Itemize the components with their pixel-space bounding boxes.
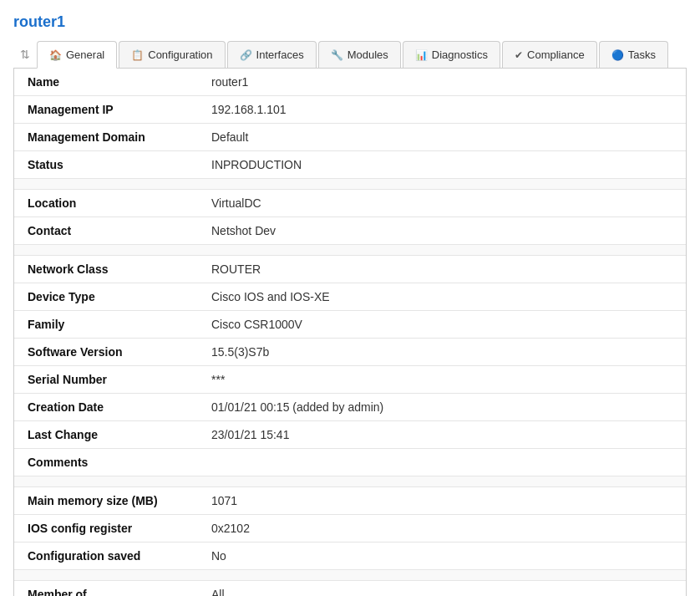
section-spacer bbox=[14, 570, 686, 581]
table-row: Name router1 bbox=[14, 69, 686, 96]
field-value: Cisco CSR1000V bbox=[198, 311, 686, 339]
tabs-bar: ⇅ 🏠 General 📋 Configuration 🔗 Interfaces… bbox=[13, 41, 687, 69]
general-icon: 🏠 bbox=[49, 49, 62, 61]
field-value: 23/01/21 15:41 bbox=[198, 421, 686, 449]
field-value: 01/01/21 00:15 (added by admin) bbox=[198, 394, 686, 421]
field-value: 0x2102 bbox=[198, 515, 686, 543]
table-row: Main memory size (MB) 1071 bbox=[14, 487, 686, 515]
table-row: IOS config register 0x2102 bbox=[14, 515, 686, 543]
section-spacer bbox=[14, 179, 686, 190]
table-row: Status INPRODUCTION bbox=[14, 151, 686, 179]
tab-tasks-label: Tasks bbox=[628, 48, 656, 61]
field-value: 192.168.1.101 bbox=[198, 96, 686, 124]
tab-tasks[interactable]: 🔵 Tasks bbox=[599, 41, 668, 68]
field-label: Name bbox=[14, 69, 198, 96]
section-spacer bbox=[14, 476, 686, 487]
field-value: ROUTER bbox=[198, 256, 686, 283]
field-label: Member of bbox=[14, 581, 198, 597]
field-label: Serial Number bbox=[14, 366, 198, 394]
table-row: Family Cisco CSR1000V bbox=[14, 311, 686, 339]
field-label: Device Type bbox=[14, 283, 198, 311]
drag-handle: ⇅ bbox=[13, 41, 37, 68]
field-value: Default bbox=[198, 124, 686, 151]
field-label: Management IP bbox=[14, 96, 198, 124]
table-row: Comments bbox=[14, 449, 686, 476]
field-value: All bbox=[198, 581, 686, 597]
field-value: 15.5(3)S7b bbox=[198, 339, 686, 366]
tab-diagnostics-label: Diagnostics bbox=[432, 48, 488, 61]
tab-compliance[interactable]: ✔ Compliance bbox=[502, 41, 597, 68]
field-value: INPRODUCTION bbox=[198, 151, 686, 179]
table-row: Serial Number *** bbox=[14, 366, 686, 394]
info-table: Name router1 Management IP 192.168.1.101… bbox=[14, 69, 686, 596]
modules-icon: 🔧 bbox=[331, 49, 343, 61]
interfaces-icon: 🔗 bbox=[240, 49, 252, 61]
table-row: Creation Date 01/01/21 00:15 (added by a… bbox=[14, 394, 686, 421]
field-value: VirtualDC bbox=[198, 190, 686, 217]
tab-interfaces-label: Interfaces bbox=[256, 48, 304, 61]
content-area: Name router1 Management IP 192.168.1.101… bbox=[13, 69, 687, 596]
field-value: Netshot Dev bbox=[198, 217, 686, 245]
tab-general[interactable]: 🏠 General bbox=[37, 41, 117, 69]
field-label: Status bbox=[14, 151, 198, 179]
tab-general-label: General bbox=[66, 48, 104, 61]
field-label: Creation Date bbox=[14, 394, 198, 421]
table-row: Management IP 192.168.1.101 bbox=[14, 96, 686, 124]
tasks-icon: 🔵 bbox=[611, 49, 624, 61]
diagnostics-icon: 📊 bbox=[415, 49, 428, 61]
field-label: Location bbox=[14, 190, 198, 217]
field-label: Family bbox=[14, 311, 198, 339]
field-label: Comments bbox=[14, 449, 198, 476]
field-value: router1 bbox=[198, 69, 686, 96]
tab-modules-label: Modules bbox=[347, 48, 388, 61]
field-label: Software Version bbox=[14, 339, 198, 366]
table-row: Last Change 23/01/21 15:41 bbox=[14, 421, 686, 449]
configuration-icon: 📋 bbox=[131, 49, 144, 61]
compliance-icon: ✔ bbox=[515, 49, 523, 61]
tab-configuration-label: Configuration bbox=[148, 48, 212, 61]
field-label: IOS config register bbox=[14, 515, 198, 543]
field-label: Last Change bbox=[14, 421, 198, 449]
tab-interfaces[interactable]: 🔗 Interfaces bbox=[227, 41, 317, 68]
tab-compliance-label: Compliance bbox=[527, 48, 585, 61]
field-label: Configuration saved bbox=[14, 543, 198, 570]
table-row: Contact Netshot Dev bbox=[14, 217, 686, 245]
field-label: Main memory size (MB) bbox=[14, 487, 198, 515]
field-value: *** bbox=[198, 366, 686, 394]
field-value bbox=[198, 449, 686, 476]
table-row: Location VirtualDC bbox=[14, 190, 686, 217]
table-row: Network Class ROUTER bbox=[14, 256, 686, 283]
table-row: Configuration saved No bbox=[14, 543, 686, 570]
table-row: Device Type Cisco IOS and IOS-XE bbox=[14, 283, 686, 311]
table-row: Management Domain Default bbox=[14, 124, 686, 151]
page-title: router1 bbox=[13, 13, 687, 31]
field-value: 1071 bbox=[198, 487, 686, 515]
table-row: Member of All bbox=[14, 581, 686, 597]
tab-modules[interactable]: 🔧 Modules bbox=[318, 41, 401, 68]
field-value: No bbox=[198, 543, 686, 570]
field-label: Network Class bbox=[14, 256, 198, 283]
tab-diagnostics[interactable]: 📊 Diagnostics bbox=[403, 41, 500, 68]
field-label: Contact bbox=[14, 217, 198, 245]
section-spacer bbox=[14, 245, 686, 256]
tab-configuration[interactable]: 📋 Configuration bbox=[119, 41, 225, 68]
table-row: Software Version 15.5(3)S7b bbox=[14, 339, 686, 366]
field-label: Management Domain bbox=[14, 124, 198, 151]
field-value: Cisco IOS and IOS-XE bbox=[198, 283, 686, 311]
